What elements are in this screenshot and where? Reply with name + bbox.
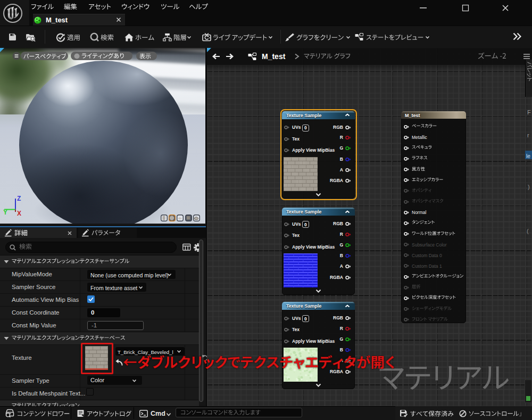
svg-text:X: X xyxy=(17,210,21,217)
svg-text:Z: Z xyxy=(17,195,21,202)
svg-text:Y: Y xyxy=(3,209,7,216)
